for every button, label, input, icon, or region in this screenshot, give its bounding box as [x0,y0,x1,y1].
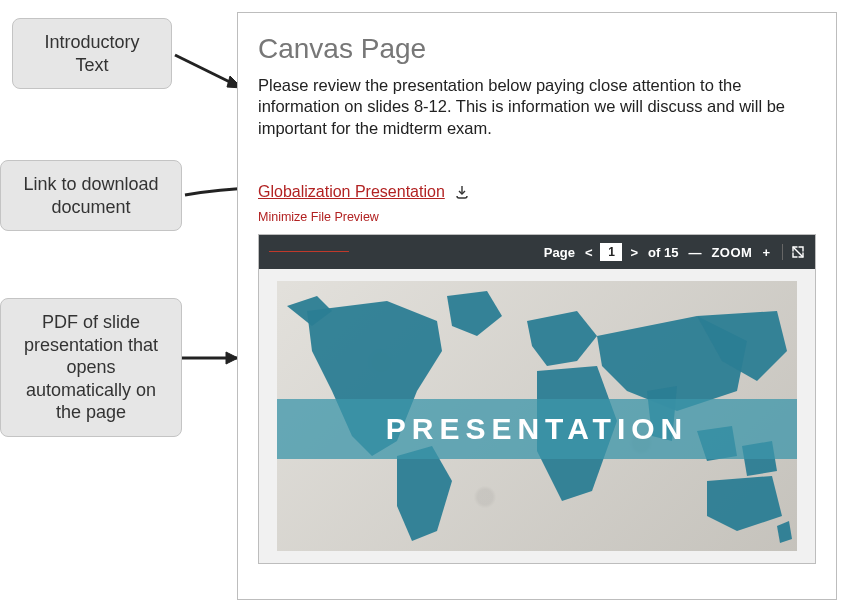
callout-pdf: PDF of slide presentation that opens aut… [0,298,182,437]
presentation-slide: PRESENTATION [277,281,797,551]
toolbar-accent-line [269,251,349,252]
callout-link-text: Link to download document [23,174,158,217]
page-label: Page [544,245,575,260]
minimize-preview-link[interactable]: Minimize File Preview [258,210,379,224]
toolbar-separator [782,244,783,260]
page-prev-button[interactable]: < [579,245,599,260]
document-link-row: Globalization Presentation [258,183,816,201]
zoom-out-button[interactable]: — [682,245,707,260]
viewer-toolbar: Page < > of 15 — ZOOM + [259,235,815,269]
document-link[interactable]: Globalization Presentation [258,183,445,201]
zoom-in-button[interactable]: + [756,245,776,260]
fullscreen-button[interactable] [789,243,807,261]
download-icon[interactable] [453,183,471,201]
page-next-button[interactable]: > [624,245,644,260]
callout-link: Link to download document [0,160,182,231]
zoom-label: ZOOM [711,245,752,260]
callout-intro-text: Introductory Text [44,32,139,75]
page-title: Canvas Page [258,33,816,65]
slide-title-banner: PRESENTATION [277,399,797,459]
intro-text: Please review the presentation below pay… [258,75,816,139]
callout-pdf-text: PDF of slide presentation that opens aut… [24,312,158,422]
page-number-input[interactable] [600,243,622,261]
slide-title-text: PRESENTATION [386,412,689,446]
slide-area: PRESENTATION [259,269,815,563]
callout-intro: Introductory Text [12,18,172,89]
canvas-page-panel: Canvas Page Please review the presentati… [237,12,837,600]
page-total: of 15 [648,245,678,260]
file-preview-viewer: Page < > of 15 — ZOOM + [258,234,816,564]
